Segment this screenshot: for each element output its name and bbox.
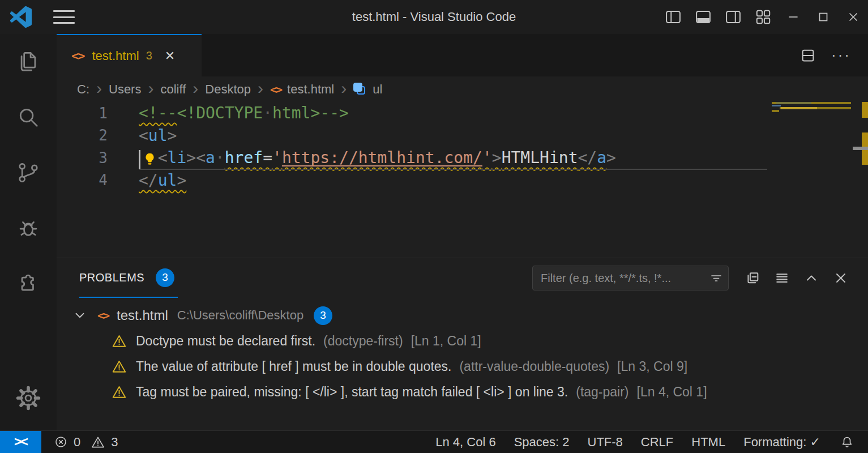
problems-count-badge: 3 [156, 268, 174, 287]
minimize-icon[interactable] [778, 0, 808, 34]
code-token: > [606, 148, 616, 167]
maximize-icon[interactable] [808, 0, 838, 34]
file-problem-badge: 3 [314, 306, 332, 325]
problems-filter-input[interactable] [532, 266, 729, 290]
collapse-all-icon[interactable] [745, 270, 760, 286]
problem-rule-code: (doctype-first) [323, 334, 403, 349]
cursor-mark [853, 147, 868, 150]
code-token: <!DOCTYPE [177, 104, 263, 122]
breadcrumb-users[interactable]: Users [109, 82, 141, 97]
problem-rule-code: (tag-pair) [576, 384, 628, 400]
code-lines: 1<!--<!DOCTYPE·html>-->2<ul>3 <li><a·hre… [57, 102, 767, 191]
statusbar-item[interactable]: Formatting: ✓ [734, 435, 829, 450]
minimap[interactable] [772, 102, 853, 258]
code-token: </ [578, 148, 597, 167]
code-token: · [263, 104, 272, 122]
code-line[interactable]: 1<!--<!DOCTYPE·html>--> [57, 102, 767, 125]
extensions-icon[interactable] [0, 256, 57, 311]
code-token: </ [139, 171, 158, 190]
split-editor-icon[interactable] [799, 47, 816, 64]
notifications-bell-icon[interactable] [829, 435, 860, 450]
breadcrumb-drive[interactable]: C: [77, 82, 89, 97]
code-token: ul [158, 171, 177, 190]
statusbar-item[interactable]: CRLF [632, 435, 682, 450]
problems-file-name: test.html [117, 307, 168, 323]
chevron-right-icon: › [96, 83, 102, 94]
warnings-count[interactable]: 3 [111, 435, 118, 450]
breadcrumb-desktop[interactable]: Desktop [205, 82, 251, 97]
code-line[interactable]: 3 <li><a·href='https://htmlhint.com/'>HT… [57, 147, 767, 169]
search-icon[interactable] [0, 89, 57, 145]
toggle-secondary-sidebar-icon[interactable] [718, 0, 748, 34]
warning-triangle-icon [112, 384, 127, 400]
statusbar-item[interactable]: Spaces: 2 [505, 435, 579, 450]
code-token: ul [148, 126, 168, 145]
warning-squiggle: </ul> [139, 171, 186, 190]
lightbulb-icon[interactable] [142, 151, 157, 168]
explorer-icon[interactable] [0, 34, 57, 89]
remote-indicator[interactable]: >< [0, 431, 41, 453]
code-editor[interactable]: 1<!--<!DOCTYPE·html>-->2<ul>3 <li><a·hre… [57, 102, 868, 258]
maximize-panel-icon[interactable] [803, 270, 819, 286]
tab-close-icon[interactable]: ✕ [165, 49, 175, 63]
warnings-icon[interactable] [91, 435, 105, 450]
warning-triangle-icon [112, 334, 127, 349]
chevron-right-icon: › [148, 83, 153, 94]
toggle-primary-sidebar-icon[interactable] [658, 0, 688, 34]
statusbar-item[interactable]: HTML [682, 435, 734, 450]
code-token: < [158, 148, 168, 167]
current-line-border [139, 169, 767, 170]
chevron-right-icon: › [258, 83, 263, 94]
warning-squiggle: <!-- [139, 104, 177, 122]
settings-gear-icon[interactable] [0, 370, 57, 426]
customize-layout-icon[interactable] [748, 0, 778, 34]
more-actions-icon[interactable]: ··· [831, 46, 851, 64]
view-as-table-icon[interactable] [774, 270, 790, 286]
problem-position: [Ln 3, Col 9] [617, 359, 687, 374]
warning-mark [862, 102, 868, 118]
code-token: > [186, 148, 196, 167]
problem-message: Tag must be paired, missing: [ </li> ], … [136, 384, 568, 400]
warning-triangle-icon [112, 359, 127, 374]
toggle-panel-icon[interactable] [688, 0, 718, 34]
close-window-icon[interactable] [838, 0, 868, 34]
statusbar-right: Ln 4, Col 6Spaces: 2UTF-8CRLFHTMLFormatt… [426, 435, 868, 450]
editor-group: <> test.html 3 ✕ ··· C: › Users › coliff… [57, 34, 868, 430]
problem-row[interactable]: The value of attribute [ href ] must be … [57, 354, 868, 379]
filter-icon[interactable] [709, 271, 723, 285]
chevron-down-icon[interactable] [72, 308, 87, 323]
statusbar-item[interactable]: Ln 4, Col 6 [426, 435, 504, 450]
warning-squiggle: href='https://htmlhint.com/'>HTMLHint</a [225, 148, 606, 167]
close-panel-icon[interactable] [833, 270, 849, 286]
problem-row[interactable]: Doctype must be declared first.(doctype-… [57, 328, 868, 354]
code-token: > [177, 171, 186, 190]
breadcrumb: C: › Users › coliff › Desktop › <> test.… [57, 76, 868, 102]
breadcrumb-symbol[interactable]: ul [373, 82, 382, 97]
text-cursor [139, 150, 140, 169]
statusbar-item[interactable]: UTF-8 [579, 435, 632, 450]
vscode-logo-icon [10, 6, 32, 28]
line-number: 4 [57, 172, 108, 189]
code-token: · [215, 148, 225, 167]
problems-tab-label: PROBLEMS [79, 271, 144, 284]
tab-problems[interactable]: PROBLEMS 3 [79, 258, 178, 298]
problems-file-path: C:\Users\coliff\Desktop [177, 308, 303, 323]
problem-row[interactable]: Tag must be paired, missing: [ </li> ], … [57, 379, 868, 405]
errors-count[interactable]: 0 [74, 435, 80, 450]
problems-file-row[interactable]: <> test.html C:\Users\coliff\Desktop 3 [57, 302, 868, 328]
run-debug-icon[interactable] [0, 200, 57, 256]
code-token: a [206, 148, 215, 167]
problem-position: [Ln 1, Col 1] [411, 334, 481, 349]
source-control-icon[interactable] [0, 145, 57, 200]
tab-test-html[interactable]: <> test.html 3 ✕ [57, 34, 202, 76]
code-token: > [492, 148, 502, 167]
tab-label: test.html [92, 49, 139, 63]
breadcrumb-file[interactable]: test.html [287, 82, 334, 97]
problem-message: Doctype must be declared first. [136, 334, 315, 349]
code-line[interactable]: 2<ul> [57, 125, 767, 147]
code-line[interactable]: 4</ul> [57, 169, 767, 192]
menu-hamburger-icon[interactable] [53, 10, 75, 24]
errors-icon[interactable] [54, 435, 68, 449]
code-token: < [139, 126, 148, 145]
breadcrumb-coliff[interactable]: coliff [160, 82, 186, 97]
